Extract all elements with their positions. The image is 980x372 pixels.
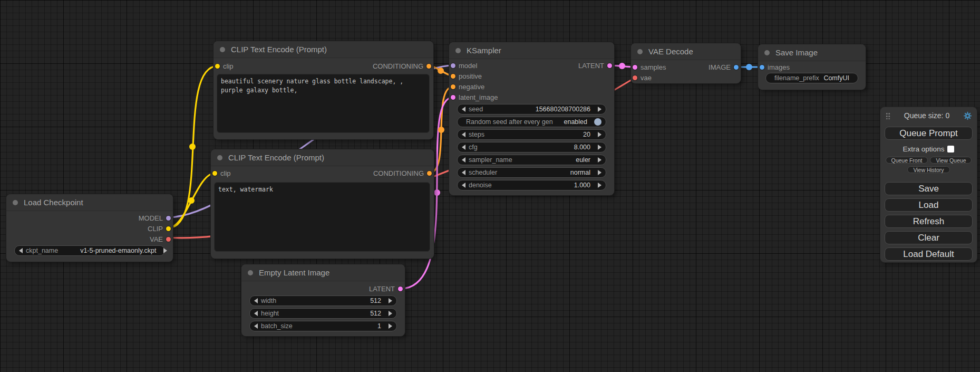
decrement-arrow-icon[interactable]: [462, 170, 465, 175]
decrement-arrow-icon[interactable]: [462, 107, 465, 112]
output-label: VAE: [150, 235, 163, 243]
height-widget[interactable]: height 512: [249, 308, 397, 319]
scheduler-widget[interactable]: scheduler normal: [457, 167, 606, 178]
link-midpoint-dot: [434, 189, 440, 196]
node-title-bar[interactable]: CLIP Text Encode (Prompt): [211, 149, 434, 166]
image-output-slot[interactable]: [734, 65, 739, 70]
latent-output-slot[interactable]: [398, 287, 403, 291]
input-label: vae: [641, 74, 652, 82]
node-clip-text-encode-positive[interactable]: CLIP Text Encode (Prompt) clip CONDITION…: [214, 41, 433, 139]
increment-arrow-icon[interactable]: [598, 170, 601, 175]
prompt-textarea[interactable]: beautiful scenery nature glass bottle la…: [217, 74, 430, 133]
output-label: CLIP: [148, 225, 163, 233]
seed-widget[interactable]: seed 156680208700286: [457, 104, 606, 115]
input-label: clip: [223, 62, 234, 70]
decrement-arrow-icon[interactable]: [254, 311, 258, 316]
latent-image-input-slot[interactable]: [451, 95, 455, 100]
samples-input-slot[interactable]: [633, 65, 637, 70]
decrement-arrow-icon[interactable]: [462, 132, 465, 137]
output-label: MODEL: [139, 214, 163, 222]
node-title: CLIP Text Encode (Prompt): [231, 45, 327, 54]
increment-arrow-icon[interactable]: [389, 311, 392, 316]
increment-arrow-icon[interactable]: [598, 183, 601, 188]
node-title-bar[interactable]: Load Checkpoint: [6, 194, 173, 211]
steps-widget[interactable]: steps 20: [457, 129, 606, 140]
ckpt-name-widget[interactable]: ckpt_name v1-5-pruned-emaonly.ckpt: [14, 245, 165, 256]
node-clip-text-encode-negative[interactable]: CLIP Text Encode (Prompt) clip CONDITION…: [211, 149, 434, 259]
collapse-dot[interactable]: [637, 49, 643, 54]
conditioning-output-slot[interactable]: [426, 64, 431, 69]
positive-input-slot[interactable]: [451, 74, 455, 79]
collapse-dot[interactable]: [248, 270, 253, 275]
prompt-textarea[interactable]: text, watermark: [214, 182, 430, 252]
collapse-dot[interactable]: [764, 50, 770, 55]
increment-arrow-icon[interactable]: [598, 157, 601, 163]
node-title-bar[interactable]: Save Image: [758, 44, 866, 61]
width-widget[interactable]: width 512: [249, 295, 397, 306]
clip-input-slot[interactable]: [212, 171, 217, 176]
decrement-arrow-icon[interactable]: [254, 298, 258, 303]
settings-gear-icon[interactable]: [963, 111, 972, 120]
toggle-indicator[interactable]: [594, 118, 601, 126]
clip-output-slot[interactable]: [166, 226, 171, 231]
increment-arrow-icon[interactable]: [389, 323, 392, 329]
view-queue-button[interactable]: View Queue: [930, 157, 972, 164]
link-midpoint-dot: [189, 144, 196, 150]
clear-button[interactable]: Clear: [885, 231, 973, 244]
random-seed-toggle-widget[interactable]: Random seed after every gen enabled: [457, 117, 606, 127]
node-graph-canvas[interactable]: Load Checkpoint MODEL CLIP VAE ckpt_name…: [0, 0, 980, 372]
link-midpoint-dot: [619, 63, 625, 69]
node-title-bar[interactable]: Empty Latent Image: [241, 264, 405, 281]
sampler-name-widget[interactable]: sampler_name euler: [457, 155, 606, 165]
increment-arrow-icon[interactable]: [598, 145, 601, 150]
images-input-slot[interactable]: [760, 65, 764, 70]
decrement-arrow-icon[interactable]: [462, 145, 465, 150]
refresh-button[interactable]: Refresh: [885, 215, 973, 228]
node-title-bar[interactable]: KSampler: [449, 42, 614, 59]
collapse-dot[interactable]: [455, 48, 461, 53]
model-input-slot[interactable]: [451, 63, 455, 68]
drag-handle-icon[interactable]: [886, 112, 890, 119]
extra-options-label: Extra options: [903, 145, 945, 153]
collapse-dot[interactable]: [220, 47, 225, 52]
decrement-arrow-icon[interactable]: [462, 183, 465, 188]
increment-arrow-icon[interactable]: [163, 248, 167, 253]
queue-prompt-button[interactable]: Queue Prompt: [885, 127, 973, 140]
view-history-button[interactable]: View History: [907, 166, 949, 173]
clip-input-slot[interactable]: [215, 64, 220, 69]
decrement-arrow-icon[interactable]: [19, 248, 23, 253]
input-label: model: [459, 62, 477, 70]
save-button[interactable]: Save: [885, 182, 973, 195]
increment-arrow-icon[interactable]: [598, 132, 601, 137]
vae-output-slot[interactable]: [166, 237, 171, 242]
latent-output-slot[interactable]: [607, 63, 612, 68]
negative-input-slot[interactable]: [451, 84, 455, 89]
load-button[interactable]: Load: [885, 198, 973, 212]
extra-options-checkbox[interactable]: [947, 146, 954, 152]
denoise-widget[interactable]: denoise 1.000: [457, 180, 606, 190]
model-output-slot[interactable]: [166, 216, 171, 221]
link-clip-positive: [168, 66, 218, 228]
output-label: CONDITIONING: [373, 169, 424, 177]
node-ksampler[interactable]: KSampler model LATENT positive negative …: [449, 42, 614, 195]
increment-arrow-icon[interactable]: [389, 298, 392, 303]
decrement-arrow-icon[interactable]: [254, 323, 258, 329]
node-empty-latent-image[interactable]: Empty Latent Image LATENT width 512 heig…: [241, 264, 405, 336]
node-save-image[interactable]: Save Image images filename_prefix ComfyU…: [758, 44, 866, 90]
conditioning-output-slot[interactable]: [427, 171, 432, 176]
decrement-arrow-icon[interactable]: [462, 157, 465, 163]
node-title-bar[interactable]: CLIP Text Encode (Prompt): [214, 41, 433, 58]
cfg-widget[interactable]: cfg 8.000: [457, 142, 606, 152]
node-vae-decode[interactable]: VAE Decode samples IMAGE vae: [631, 43, 741, 83]
increment-arrow-icon[interactable]: [598, 107, 601, 112]
collapse-dot[interactable]: [217, 155, 222, 160]
input-label: positive: [459, 72, 482, 80]
collapse-dot[interactable]: [13, 200, 18, 205]
node-title-bar[interactable]: VAE Decode: [631, 43, 741, 60]
load-default-button[interactable]: Load Default: [885, 247, 973, 261]
node-load-checkpoint[interactable]: Load Checkpoint MODEL CLIP VAE ckpt_name…: [6, 194, 173, 262]
queue-front-button[interactable]: Queue Front: [886, 157, 928, 164]
batch-size-widget[interactable]: batch_size 1: [249, 321, 397, 331]
vae-input-slot[interactable]: [633, 75, 637, 80]
filename-prefix-widget[interactable]: filename_prefix ComfyUI: [765, 73, 858, 83]
